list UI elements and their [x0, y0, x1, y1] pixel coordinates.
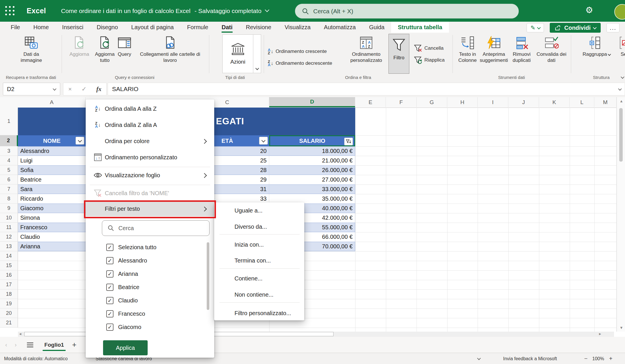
row-header-5[interactable]: 5	[0, 165, 18, 175]
app-launcher-icon[interactable]	[5, 6, 15, 16]
cancel-entry-icon[interactable]: ×	[68, 86, 72, 93]
zoom-out-icon[interactable]: −	[584, 355, 588, 362]
tab-disegno[interactable]: Disegno	[90, 22, 124, 33]
checkbox-icon[interactable]: ✓	[106, 324, 113, 331]
column-header-H[interactable]: H	[447, 97, 478, 107]
row-header-13[interactable]: 13	[0, 242, 18, 251]
row-header-2[interactable]: 2	[0, 135, 18, 146]
tab-home[interactable]: Home	[27, 22, 55, 33]
table-header-salario[interactable]: SALARIO	[269, 135, 355, 146]
row-header-14[interactable]: 14	[0, 251, 18, 261]
reapply-filter-button[interactable]: Riapplica	[414, 56, 445, 64]
column-header-J[interactable]: J	[508, 97, 539, 107]
cell-nome[interactable]: Claudio	[20, 232, 40, 242]
row-header-15[interactable]: 15	[0, 261, 18, 270]
scroll-down-icon[interactable]: ▼	[619, 326, 623, 330]
column-filter-button[interactable]	[259, 137, 268, 145]
row-header-11[interactable]: 11	[0, 223, 18, 232]
cell-nome[interactable]: Riccardo	[20, 194, 43, 204]
submenu-item-diverso-da[interactable]: Diverso da...	[214, 219, 304, 234]
ribbon-collapse-chevron[interactable]	[621, 75, 624, 79]
checkbox-icon[interactable]: ✓	[106, 310, 113, 317]
tab-inserisci[interactable]: Inserisci	[56, 22, 90, 33]
cell-nome[interactable]: Arianna	[20, 242, 40, 251]
tab-layout-di-pagina[interactable]: Layout di pagina	[124, 22, 180, 33]
tab-revisione[interactable]: Revisione	[239, 22, 278, 33]
sort-ascending-button[interactable]: AZ↓ Ordinamento crescente	[268, 48, 327, 55]
row-header-18[interactable]: 18	[0, 289, 18, 299]
row-header-10[interactable]: 10	[0, 213, 18, 223]
table-header-nome[interactable]: NOME	[18, 135, 86, 146]
row-header-20[interactable]: 20	[0, 308, 18, 318]
submenu-item-filtro-personalizzato[interactable]: Filtro personalizzato...	[214, 306, 304, 320]
query-button[interactable]: Query	[115, 36, 134, 57]
apply-filter-button[interactable]: Applica	[103, 340, 148, 355]
data-validation-button[interactable]: Convalida dei dati	[534, 36, 569, 63]
row-header-7[interactable]: 7	[0, 184, 18, 194]
tab-struttura-tabella[interactable]: Struttura tabella	[391, 22, 449, 33]
column-header-A[interactable]: A	[18, 97, 86, 107]
document-title[interactable]: Come ordinare i dati in un foglio di cal…	[61, 8, 269, 14]
menu-item-sort-za[interactable]: ZA↓Ordina dalla Z alla A	[86, 117, 214, 133]
remove-duplicates-button[interactable]: Rimuovi duplicati	[509, 36, 534, 63]
row-header-12[interactable]: 12	[0, 232, 18, 242]
filter-button[interactable]: Filtro	[388, 34, 409, 74]
name-box[interactable]: D2	[3, 83, 60, 95]
salario-filter-sort-button[interactable]	[344, 138, 353, 145]
filter-checkbox-giacomo[interactable]: ✓Giacomo	[86, 320, 214, 334]
formula-bar-expand-chevron[interactable]	[618, 87, 622, 90]
filter-checkbox-seleziona-tutto[interactable]: ✓Seleziona tutto	[86, 241, 214, 254]
filter-checkbox-beatrice[interactable]: ✓Beatrice	[86, 280, 214, 294]
cell-salario[interactable]: 26.000,00 €	[269, 166, 355, 175]
checkbox-icon[interactable]: ✓	[106, 297, 113, 304]
column-header-L[interactable]: L	[570, 97, 594, 107]
menu-item-sheet-view[interactable]: Visualizzazione foglio	[86, 167, 214, 183]
tab-guida[interactable]: Guida	[362, 22, 391, 33]
insert-function-icon[interactable]: fx	[96, 86, 102, 93]
column-header-F[interactable]: F	[386, 97, 417, 107]
row-header-4[interactable]: 4	[0, 156, 18, 165]
cell-nome[interactable]: Sara	[20, 185, 32, 194]
add-sheet-icon[interactable]: +	[72, 340, 76, 349]
calc-mode-status[interactable]: Modalità di calcolo: Automatico	[4, 356, 68, 361]
column-filter-button[interactable]	[76, 137, 84, 145]
refresh-all-button[interactable]: Aggiorna tutto	[91, 36, 118, 63]
filter-checkbox-francesco[interactable]: ✓Francesco	[86, 307, 214, 320]
row-header-3[interactable]: 3	[0, 146, 18, 156]
submenu-item-termina-con[interactable]: Termina con...	[214, 253, 304, 268]
sheet-list-icon[interactable]	[26, 342, 34, 348]
zoom-in-icon[interactable]: +	[609, 355, 613, 362]
confirm-entry-icon[interactable]: ✓	[82, 86, 87, 93]
workbook-links-button[interactable]: Collegamenti alle cartelle di lavoro	[133, 36, 207, 63]
zoom-level[interactable]: 100%	[592, 356, 604, 361]
column-header-K[interactable]: K	[539, 97, 570, 107]
cell-nome[interactable]: Giacomo	[20, 204, 43, 213]
flash-fill-button[interactable]: Anteprima suggerimenti	[480, 36, 508, 63]
row-header-9[interactable]: 9	[0, 204, 18, 213]
group-button[interactable]: Raggruppa	[581, 36, 613, 57]
row-header-6[interactable]: 6	[0, 175, 18, 184]
row-header-8[interactable]: 8	[0, 194, 18, 204]
data-from-image-button[interactable]: Dati da immagine	[12, 36, 50, 63]
row-header-1[interactable]: 1	[0, 108, 18, 135]
formula-input[interactable]: SALARIO	[108, 83, 625, 95]
cell-nome[interactable]: Beatrice	[20, 175, 41, 184]
filter-checkbox-alessandro[interactable]: ✓Alessandro	[86, 254, 214, 267]
tab-formule[interactable]: Formule	[180, 22, 215, 33]
cell-nome[interactable]: Sofia	[20, 166, 34, 175]
tab-automatizza[interactable]: Automatizza	[317, 22, 362, 33]
text-to-columns-button[interactable]: Testo in Colonne	[455, 36, 480, 63]
feedback-link[interactable]: Invia feedback a Microsoft	[503, 356, 557, 361]
sheet-tab-foglio1[interactable]: Foglio1	[43, 337, 66, 353]
cell-salario[interactable]: 33.000,00 €	[269, 185, 355, 194]
user-avatar[interactable]	[614, 4, 625, 20]
vertical-scroll-thumb[interactable]	[619, 108, 623, 162]
settings-gear-icon[interactable]: ⚙	[585, 5, 593, 15]
cell-nome[interactable]: Alessandro	[20, 147, 49, 156]
submenu-item-contiene[interactable]: Contiene...	[214, 271, 304, 286]
filter-checkbox-arianna[interactable]: ✓Arianna	[86, 267, 214, 280]
filter-search-input[interactable]: Cerca	[102, 220, 210, 236]
column-header-M[interactable]: M	[594, 97, 617, 107]
scroll-left-icon[interactable]: ◄	[19, 332, 22, 336]
checkbox-icon[interactable]: ✓	[106, 270, 113, 278]
